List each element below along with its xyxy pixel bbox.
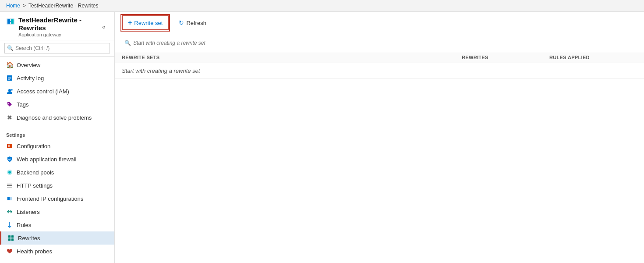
sidebar-item-access-control[interactable]: Access control (IAM) xyxy=(0,85,114,98)
rewrites-icon xyxy=(7,235,14,242)
rewrite-set-button[interactable]: + Rewrite set xyxy=(122,15,169,30)
filter-input[interactable] xyxy=(122,38,637,48)
sidebar-item-http-settings[interactable]: HTTP settings xyxy=(0,179,114,192)
plus-icon: + xyxy=(128,19,132,27)
sidebar-item-label: Overview xyxy=(17,62,40,68)
sidebar-item-overview[interactable]: 🏠 Overview xyxy=(0,58,114,71)
sidebar-item-label: Rewrites xyxy=(18,235,40,242)
svg-rect-12 xyxy=(8,145,10,147)
svg-rect-6 xyxy=(8,78,11,79)
svg-rect-23 xyxy=(11,238,14,241)
activity-log-icon xyxy=(6,75,13,82)
sidebar-item-diagnose[interactable]: ✖ Diagnose and solve problems xyxy=(0,111,114,124)
sidebar-item-label: Diagnose and solve problems xyxy=(17,114,92,121)
health-probes-icon xyxy=(6,248,13,255)
breadcrumb-current: TestHeaderRewrite - Rewrites xyxy=(28,3,98,9)
sidebar-item-health-probes[interactable]: Health probes xyxy=(0,245,114,258)
sidebar-item-waf[interactable]: Web application firewall xyxy=(0,153,114,166)
breadcrumb: Home > TestHeaderRewrite - Rewrites xyxy=(0,0,644,12)
sidebar-item-label: Rules xyxy=(17,222,31,228)
sidebar-item-label: Configuration xyxy=(17,143,50,149)
filter-search-icon: 🔍 xyxy=(124,40,131,46)
sidebar-search-container: 🔍 xyxy=(0,40,114,57)
svg-rect-21 xyxy=(11,235,14,238)
sidebar-item-listeners[interactable]: Listeners xyxy=(0,205,114,218)
sidebar-collapse-button[interactable]: « xyxy=(99,22,108,31)
sidebar-header: TestHeaderRewrite - Rewrites Application… xyxy=(0,12,114,40)
sidebar-item-rewrites[interactable]: Rewrites xyxy=(0,231,114,245)
svg-rect-20 xyxy=(8,235,11,238)
svg-rect-1 xyxy=(7,19,10,24)
refresh-button-label: Refresh xyxy=(186,20,206,26)
table-header: REWRITE SETS REWRITES RULES APPLIED xyxy=(115,52,644,63)
sidebar-item-label: Access control (IAM) xyxy=(17,88,69,95)
rewrite-set-button-label: Rewrite set xyxy=(134,20,163,26)
sidebar-item-activity-log[interactable]: Activity log xyxy=(0,71,114,85)
col-rules-applied: RULES APPLIED xyxy=(549,55,637,60)
refresh-icon: ↻ xyxy=(179,19,184,26)
svg-point-10 xyxy=(8,103,9,104)
configuration-icon xyxy=(6,142,13,149)
sidebar-nav: 🏠 Overview Activity log Access control (… xyxy=(0,57,114,263)
sidebar-title: TestHeaderRewrite - Rewrites xyxy=(18,16,108,32)
http-settings-icon xyxy=(6,182,13,189)
sidebar-item-label: Health probes xyxy=(17,248,52,255)
sidebar: TestHeaderRewrite - Rewrites Application… xyxy=(0,12,115,263)
content-body: 🔍 REWRITE SETS REWRITES RULES APPLIED St… xyxy=(115,34,644,263)
svg-rect-15 xyxy=(7,184,12,185)
frontend-ip-icon xyxy=(6,195,13,202)
content-area: + Rewrite set ↻ Refresh 🔍 REWRITE SETS R… xyxy=(115,12,644,263)
table-row-empty: Start with creating a rewrite set xyxy=(115,63,644,79)
sidebar-item-label: HTTP settings xyxy=(17,182,53,189)
listeners-icon xyxy=(6,208,13,215)
svg-rect-2 xyxy=(11,19,14,24)
content-toolbar: + Rewrite set ↻ Refresh xyxy=(115,12,644,34)
sidebar-item-label: Listeners xyxy=(17,209,40,215)
search-icon: 🔍 xyxy=(7,45,14,51)
sidebar-item-tags[interactable]: Tags xyxy=(0,98,114,111)
settings-section-label: Settings xyxy=(0,128,114,139)
access-control-icon xyxy=(6,88,13,95)
svg-point-9 xyxy=(11,89,13,91)
waf-icon xyxy=(6,156,13,163)
svg-rect-22 xyxy=(8,238,11,241)
rewrites-cell xyxy=(462,68,549,74)
search-input[interactable] xyxy=(4,43,110,53)
sidebar-item-label: Web application firewall xyxy=(17,156,76,163)
filter-bar: 🔍 xyxy=(115,34,644,52)
breadcrumb-home[interactable]: Home xyxy=(6,3,20,9)
sidebar-item-frontend-ip[interactable]: Frontend IP configurations xyxy=(0,192,114,205)
overview-icon: 🏠 xyxy=(6,61,13,68)
sidebar-item-rules[interactable]: Rules xyxy=(0,218,114,231)
sidebar-item-backend-pools[interactable]: Backend pools xyxy=(0,166,114,179)
sidebar-item-configuration[interactable]: Configuration xyxy=(0,139,114,153)
breadcrumb-separator: > xyxy=(23,3,26,9)
tags-icon xyxy=(6,101,13,108)
sidebar-item-label: Frontend IP configurations xyxy=(17,195,83,202)
refresh-button[interactable]: ↻ Refresh xyxy=(173,16,212,29)
svg-point-14 xyxy=(8,171,11,174)
svg-rect-16 xyxy=(7,185,12,186)
app-gateway-icon xyxy=(6,17,15,26)
svg-rect-5 xyxy=(8,77,11,78)
diagnose-icon: ✖ xyxy=(6,114,13,121)
rules-icon xyxy=(6,221,13,228)
nav-divider xyxy=(6,126,108,126)
rules-cell xyxy=(549,68,637,74)
sidebar-item-label: Tags xyxy=(17,101,28,108)
sidebar-subtitle: Application gateway xyxy=(18,32,108,37)
svg-rect-19 xyxy=(7,197,10,200)
backend-pools-icon xyxy=(6,169,13,176)
empty-message: Start with creating a rewrite set xyxy=(122,68,462,74)
sidebar-item-label: Activity log xyxy=(17,75,44,82)
col-rewrites: REWRITES xyxy=(462,55,549,60)
svg-rect-7 xyxy=(8,79,10,80)
col-rewrite-sets: REWRITE SETS xyxy=(122,55,462,60)
svg-rect-17 xyxy=(7,187,12,188)
sidebar-item-label: Backend pools xyxy=(17,169,54,176)
